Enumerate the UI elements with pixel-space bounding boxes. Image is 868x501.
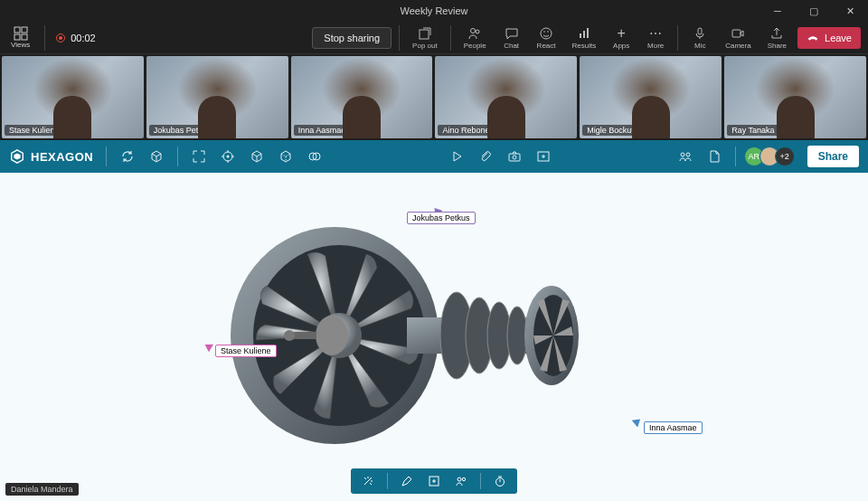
add-button[interactable] (426, 473, 442, 489)
svg-marker-16 (14, 153, 20, 159)
collab-icon (678, 149, 693, 164)
svg-point-25 (686, 153, 690, 156)
record-icon (56, 33, 65, 43)
share-button[interactable]: Share (762, 26, 792, 50)
fullscreen-button[interactable] (191, 148, 207, 165)
participant-tile[interactable]: Aino Rebone (435, 56, 577, 138)
window-title: Weekly Review (401, 5, 468, 16)
play-button[interactable] (448, 148, 465, 165)
svg-rect-1 (22, 27, 27, 33)
stop-sharing-button[interactable]: Stop sharing (312, 27, 392, 49)
document-dropdown[interactable] (706, 148, 722, 165)
canvas-bottom-toolbar (351, 468, 517, 494)
fx-dropdown[interactable] (360, 473, 376, 489)
participant-tile[interactable]: Ray Tanaka (724, 56, 866, 138)
pen-button[interactable] (399, 473, 415, 489)
participants-strip: Stase Kuliene Jokubas Petkus Inna Aasmae… (0, 54, 868, 140)
maximize-button[interactable]: ▢ (796, 0, 832, 22)
react-icon (539, 26, 553, 41)
sparkle-icon (362, 475, 374, 487)
participant-tile[interactable]: Jokubas Petkus (146, 56, 288, 138)
participant-tile[interactable]: Migle Bockute (580, 56, 722, 138)
svg-point-30 (284, 330, 295, 341)
hangup-icon (807, 32, 819, 44)
remote-cursor-label: Jokubas Petkus (407, 212, 476, 224)
participant-tile[interactable]: Stase Kuliene (2, 56, 144, 138)
svg-point-22 (513, 156, 516, 159)
add-panel-icon (536, 149, 551, 164)
plus-icon: + (614, 26, 628, 41)
window-titlebar: Weekly Review ─ ▢ ✕ (0, 0, 868, 22)
remote-cursor-icon (632, 416, 644, 428)
people-dropdown[interactable] (453, 473, 469, 489)
model-turbine[interactable] (217, 200, 597, 453)
recording-time: 00:02 (71, 33, 96, 43)
snapshot-button[interactable] (506, 148, 523, 165)
participant-name: Stase Kuliene (5, 125, 64, 136)
participant-name: Inna Aasmae (294, 125, 351, 136)
more-icon: ⋯ (648, 26, 663, 41)
3d-canvas[interactable]: Jokubas Petkus Stase Kuliene Inna Aasmae… (0, 173, 868, 501)
chat-button[interactable]: Chat (497, 26, 526, 50)
share-app-button[interactable]: Share (807, 146, 859, 167)
fullscreen-icon (192, 149, 206, 164)
svg-point-5 (471, 28, 476, 33)
target-icon (221, 149, 235, 164)
paperclip-icon (478, 149, 493, 164)
overlap-cubes-button[interactable] (307, 148, 323, 165)
camera-button[interactable]: Camera (720, 26, 756, 50)
cube-icon (149, 149, 164, 164)
participant-name: Aino Rebone (438, 125, 494, 136)
overlap-icon (307, 149, 322, 164)
add-panel-button[interactable] (535, 148, 552, 165)
svg-point-35 (507, 307, 527, 364)
share-icon (769, 26, 784, 41)
svg-rect-12 (587, 28, 589, 38)
mic-icon (693, 26, 707, 41)
document-icon (707, 149, 722, 164)
meeting-toolbar: Views 00:02 Stop sharing Pop out People … (0, 22, 868, 54)
timer-icon (494, 475, 506, 487)
mic-button[interactable]: Mic (685, 26, 714, 50)
cube-wireframe-button[interactable] (278, 148, 294, 165)
participant-name: Ray Tanaka (727, 125, 778, 136)
avatar-overflow: +2 (775, 147, 795, 166)
people-button[interactable]: People (458, 26, 492, 50)
hexagon-logo-icon (9, 148, 25, 165)
camera-icon (731, 26, 745, 41)
cube-dropdown[interactable] (148, 148, 165, 165)
people-icon (455, 475, 467, 487)
recording-indicator: 00:02 (56, 33, 96, 43)
svg-point-8 (543, 31, 545, 33)
chat-icon (505, 26, 519, 41)
cube-view-button[interactable] (249, 148, 265, 165)
leave-button[interactable]: Leave (797, 27, 861, 49)
remote-cursor-label: Inna Aasmae (644, 421, 703, 434)
participant-tile[interactable]: Inna Aasmae (291, 56, 433, 138)
play-icon (449, 149, 464, 164)
apps-button[interactable]: + Apps (607, 26, 636, 50)
refresh-icon (120, 149, 135, 164)
close-button[interactable]: ✕ (832, 0, 868, 22)
views-button[interactable]: Views (7, 24, 33, 51)
minimize-button[interactable]: ─ (760, 0, 796, 22)
results-button[interactable]: Results (567, 26, 602, 50)
camera-icon (507, 149, 522, 164)
remote-cursor-icon (203, 341, 213, 353)
timer-button[interactable] (492, 473, 508, 489)
presence-avatars[interactable]: AR +2 (749, 147, 795, 166)
react-button[interactable]: React (532, 26, 561, 50)
participant-name: Jokubas Petkus (149, 125, 216, 136)
refresh-button[interactable] (119, 148, 136, 165)
collaborate-button[interactable] (677, 148, 693, 165)
svg-point-46 (458, 477, 461, 481)
popout-button[interactable]: Pop out (407, 26, 443, 50)
self-nameplate: Daniela Mandera (5, 483, 79, 496)
more-button[interactable]: ⋯ More (641, 26, 670, 50)
svg-rect-10 (580, 33, 581, 38)
svg-point-6 (476, 30, 479, 33)
target-button[interactable] (220, 148, 236, 165)
app-brand: HEXAGON (9, 148, 93, 165)
svg-rect-4 (420, 30, 429, 39)
attach-button[interactable] (477, 148, 494, 165)
